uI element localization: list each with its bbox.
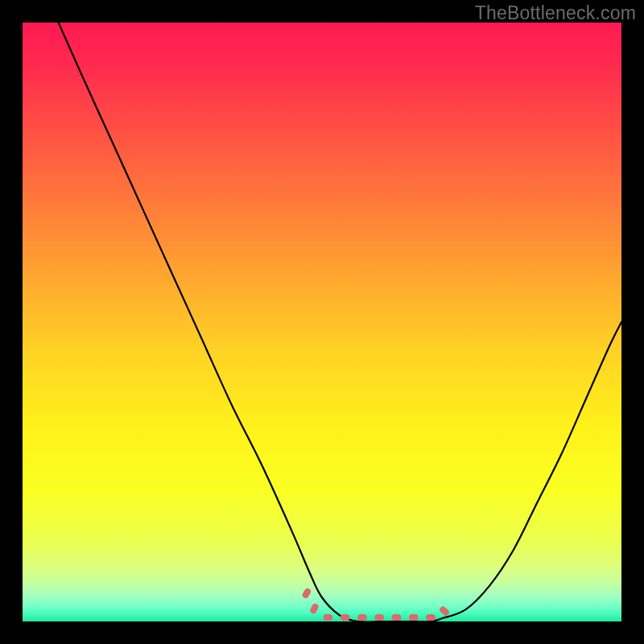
dash-segment [357, 614, 367, 621]
dash-segment [392, 614, 402, 621]
dash-segment [341, 614, 350, 621]
curve-layer [23, 23, 621, 621]
watermark-text: TheBottleneck.com [475, 2, 636, 24]
dash-segment [426, 614, 436, 621]
plot-area [23, 23, 621, 621]
chart-frame: TheBottleneck.com [0, 0, 644, 644]
dash-segment [439, 605, 451, 617]
dash-segment [374, 614, 384, 621]
dash-segment [324, 614, 333, 621]
dash-segment [309, 602, 320, 614]
dash-segment [301, 587, 312, 599]
dash-segment [409, 614, 419, 621]
bottleneck-curve [59, 23, 621, 621]
flat-bottom-dashes [301, 587, 450, 621]
